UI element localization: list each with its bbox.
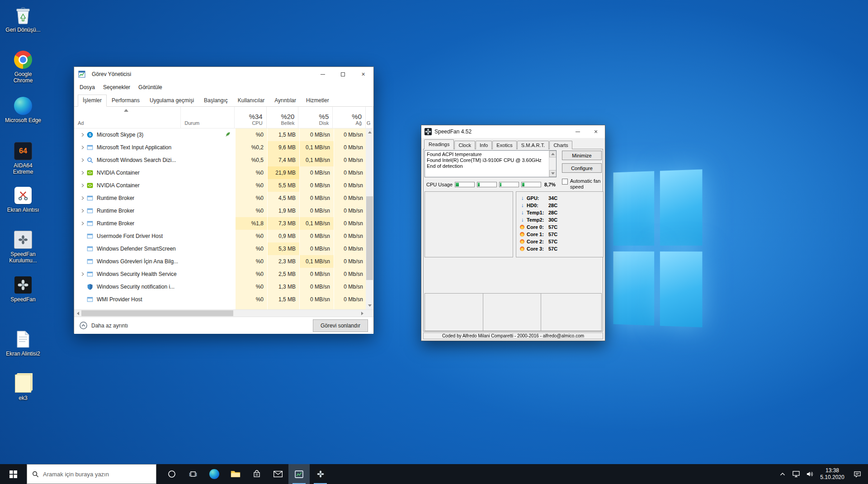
taskbar-icon-cortana[interactable] xyxy=(161,464,182,484)
table-row[interactable]: NVIDIA Container%05,5 MB0 MB/sn0 Mb/sn xyxy=(74,179,367,192)
configure-button[interactable]: Configure xyxy=(562,163,602,173)
checkbox-box[interactable] xyxy=(562,179,568,185)
scroll-right-button[interactable] xyxy=(359,310,366,317)
volume-icon[interactable] xyxy=(803,464,816,484)
scroll-down-button[interactable] xyxy=(366,302,373,309)
scroll-down-button[interactable] xyxy=(549,170,557,177)
tab-3[interactable]: Başlangıç xyxy=(199,95,233,107)
row-expand-chevron[interactable] xyxy=(79,196,86,200)
end-task-button[interactable]: Görevi sonlandır xyxy=(313,319,368,332)
minimize-app-button[interactable]: Minimize xyxy=(562,151,602,160)
taskbar-search[interactable]: Aramak için buraya yazın xyxy=(27,464,156,484)
speedfan-tab-3[interactable]: Exotics xyxy=(492,141,516,149)
scroll-left-button[interactable] xyxy=(74,310,81,317)
taskbar-icon-file-explorer[interactable] xyxy=(225,464,246,484)
scroll-up-button[interactable] xyxy=(549,151,557,157)
automatic-fan-speed-checkbox[interactable]: Automatic fan speed xyxy=(562,178,605,190)
speedfan-titlebar[interactable]: SpeedFan 4.52 × xyxy=(421,125,605,138)
row-expand-chevron[interactable] xyxy=(79,209,86,213)
taskbar-icon-mail[interactable] xyxy=(267,464,288,484)
table-row[interactable]: Windows Security notification i...%01,3 … xyxy=(74,280,367,293)
fewer-details-toggle[interactable]: Daha az ayrıntı xyxy=(80,322,128,329)
table-row[interactable]: Usermode Font Driver Host%00,9 MB0 MB/sn… xyxy=(74,230,367,242)
desktop-icon-page[interactable]: Ekran Alintisi2 xyxy=(4,329,42,357)
temperature-reading: ↓GPU:34C xyxy=(520,195,600,202)
task-manager-titlebar[interactable]: Görev Yöneticisi × xyxy=(74,67,373,81)
column-header-memory[interactable]: %20 Bellek xyxy=(267,107,299,128)
vertical-scrollbar[interactable] xyxy=(366,128,373,309)
chevron-up-icon[interactable] xyxy=(776,464,789,484)
table-row[interactable]: Microsoft Text Input Application%0,29,6 … xyxy=(74,141,367,154)
close-button[interactable]: × xyxy=(353,67,373,81)
row-expand-chevron[interactable] xyxy=(79,145,86,150)
table-row[interactable]: Windows Görevleri İçin Ana Bilg...%02,3 … xyxy=(74,255,367,268)
tab-4[interactable]: Kullanıcılar xyxy=(233,95,269,107)
table-row[interactable]: Runtime Broker%04,5 MB0 MB/sn0 Mb/sn xyxy=(74,192,367,204)
row-expand-chevron[interactable] xyxy=(79,221,86,226)
desktop-icon-snip[interactable]: Ekran Alıntısı xyxy=(4,185,42,213)
table-row[interactable]: Microsoft Windows Search Dizi...%0,57,4 … xyxy=(74,154,367,166)
scroll-up-button[interactable] xyxy=(366,128,373,136)
start-button[interactable] xyxy=(0,464,27,484)
taskbar-icon-store[interactable] xyxy=(246,464,267,484)
minimize-button[interactable] xyxy=(569,125,587,138)
taskbar-icon-speedfan[interactable] xyxy=(310,464,331,484)
maximize-button[interactable] xyxy=(333,67,353,81)
desktop-icon-aida64[interactable]: 64AIDA64 Extreme xyxy=(4,141,42,175)
column-header-disk[interactable]: %5 Disk xyxy=(298,107,333,128)
table-row[interactable] xyxy=(74,306,367,309)
table-row[interactable]: Runtime Broker%01,9 MB0 MB/sn0 Mb/sn xyxy=(74,204,367,217)
speedfan-tab-1[interactable]: Clock xyxy=(454,141,475,149)
network-icon[interactable] xyxy=(789,464,803,484)
speedfan-tab-2[interactable]: Info xyxy=(476,141,492,149)
row-expand-chevron[interactable] xyxy=(79,133,86,137)
tab-6[interactable]: Hizmetler xyxy=(301,95,334,107)
menu-item-options[interactable]: Seçenekler xyxy=(99,84,134,90)
desktop-icon-recycle-bin[interactable]: Geri Dönüşü... xyxy=(4,5,42,33)
column-header-status[interactable]: Durum xyxy=(181,107,235,128)
column-header-cpu[interactable]: %34 CPU xyxy=(235,107,267,128)
tab-1[interactable]: Performans xyxy=(107,95,145,107)
speedfan-tab-5[interactable]: Charts xyxy=(549,141,572,149)
row-expand-chevron[interactable] xyxy=(79,272,86,276)
table-row[interactable]: Windows Defender SmartScreen%05,3 MB0 MB… xyxy=(74,242,367,255)
desktop-icon-chrome[interactable]: Google Chrome xyxy=(4,50,42,84)
row-expand-chevron[interactable] xyxy=(79,171,86,175)
menu-item-view[interactable]: Görüntüle xyxy=(134,84,166,90)
table-row[interactable]: Runtime Broker%1,87,3 MB0,1 MB/sn0 Mb/sn xyxy=(74,217,367,230)
minimize-button[interactable] xyxy=(312,67,333,81)
menu-item-file[interactable]: Dosya xyxy=(75,84,99,90)
tab-0[interactable]: İşlemler xyxy=(78,95,107,107)
tab-2[interactable]: Uygulama geçmişi xyxy=(145,95,199,107)
desktop-icon-notes[interactable]: ek3 xyxy=(4,374,42,401)
table-row[interactable]: WMI Provider Host%01,5 MB0 MB/sn0 Mb/sn xyxy=(74,293,367,306)
desktop-icon-edge[interactable]: Microsoft Edge xyxy=(4,96,42,123)
taskbar-icon-task-manager[interactable] xyxy=(288,464,310,484)
window-icon xyxy=(86,195,94,202)
horizontal-scrollbar-thumb[interactable] xyxy=(81,310,233,316)
close-button[interactable]: × xyxy=(587,125,605,138)
taskbar-icon-task-view[interactable] xyxy=(182,464,203,484)
process-name: Microsoft Text Input Application xyxy=(97,144,171,151)
horizontal-scrollbar[interactable] xyxy=(74,309,373,317)
column-header-gpu-partial[interactable]: G xyxy=(366,107,373,128)
column-header-network[interactable]: %0 Ağ xyxy=(333,107,366,128)
desktop-icon-speedfan[interactable]: SpeedFan xyxy=(4,275,42,303)
speedfan-tab-0[interactable]: Readings xyxy=(424,139,454,149)
row-expand-chevron[interactable] xyxy=(79,183,86,188)
vertical-scrollbar-thumb[interactable] xyxy=(366,196,373,280)
row-expand-chevron[interactable] xyxy=(79,158,86,162)
desktop-icon-installer[interactable]: SpeedFan Kurulumu... xyxy=(4,230,42,264)
detection-log-listbox[interactable]: Found ACPI temperatureFound Intel(R) Cor… xyxy=(425,150,557,177)
log-scrollbar[interactable] xyxy=(549,151,556,177)
status-cell xyxy=(181,141,235,154)
taskbar-icon-edge[interactable] xyxy=(203,464,225,484)
speedfan-tab-4[interactable]: S.M.A.R.T. xyxy=(517,141,549,149)
taskbar-clock[interactable]: 13:38 5.10.2020 xyxy=(816,467,848,481)
table-row[interactable]: Windows Security Health Service%02,5 MB0… xyxy=(74,268,367,280)
action-center-icon[interactable] xyxy=(848,464,866,484)
table-row[interactable]: SMicrosoft Skype (3)%01,5 MB0 MB/sn0 Mb/… xyxy=(74,128,367,141)
tab-5[interactable]: Ayrıntılar xyxy=(269,95,301,107)
table-row[interactable]: NVIDIA Container%021,9 MB0 MB/sn0 Mb/sn xyxy=(74,166,367,179)
memory-cell: 2,5 MB xyxy=(267,268,299,280)
